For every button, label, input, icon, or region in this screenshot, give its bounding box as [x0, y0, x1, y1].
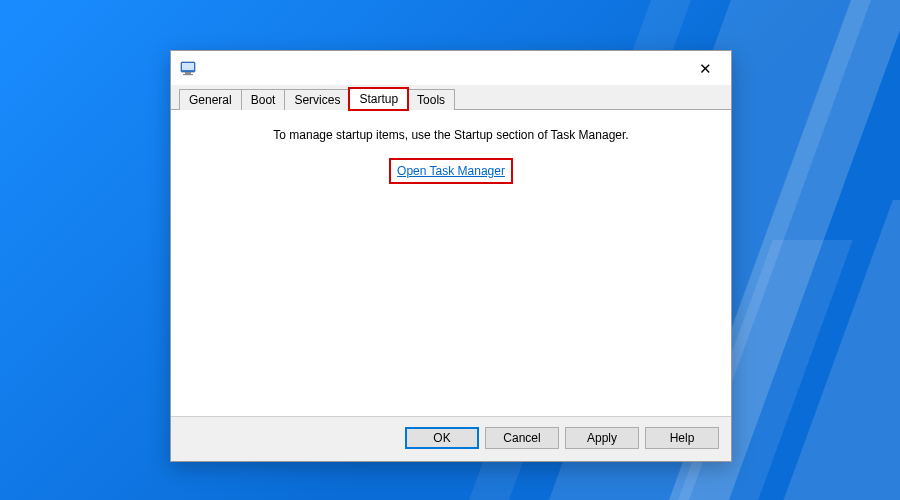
titlebar[interactable]: ✕: [171, 51, 731, 85]
svg-rect-3: [183, 74, 193, 75]
dialog-button-row: OK Cancel Apply Help: [171, 416, 731, 461]
msconfig-icon: [179, 59, 197, 77]
tab-services[interactable]: Services: [284, 89, 350, 110]
close-icon: ✕: [699, 61, 712, 76]
svg-rect-1: [182, 63, 194, 70]
desktop-background: ✕ General Boot Services Startup Tools To…: [0, 0, 900, 500]
startup-tab-content: To manage startup items, use the Startup…: [171, 110, 731, 416]
ok-button[interactable]: OK: [405, 427, 479, 449]
open-task-manager-highlight: Open Task Manager: [391, 160, 511, 182]
system-configuration-window: ✕ General Boot Services Startup Tools To…: [170, 50, 732, 462]
apply-button[interactable]: Apply: [565, 427, 639, 449]
help-button[interactable]: Help: [645, 427, 719, 449]
startup-info-text: To manage startup items, use the Startup…: [181, 128, 721, 142]
tab-boot[interactable]: Boot: [241, 89, 286, 110]
svg-rect-2: [185, 72, 191, 74]
tab-strip: General Boot Services Startup Tools: [171, 85, 731, 110]
tab-tools[interactable]: Tools: [407, 89, 455, 110]
open-task-manager-link[interactable]: Open Task Manager: [397, 164, 505, 178]
cancel-button[interactable]: Cancel: [485, 427, 559, 449]
tab-startup[interactable]: Startup: [349, 88, 408, 110]
close-button[interactable]: ✕: [685, 54, 725, 82]
tab-general[interactable]: General: [179, 89, 242, 110]
